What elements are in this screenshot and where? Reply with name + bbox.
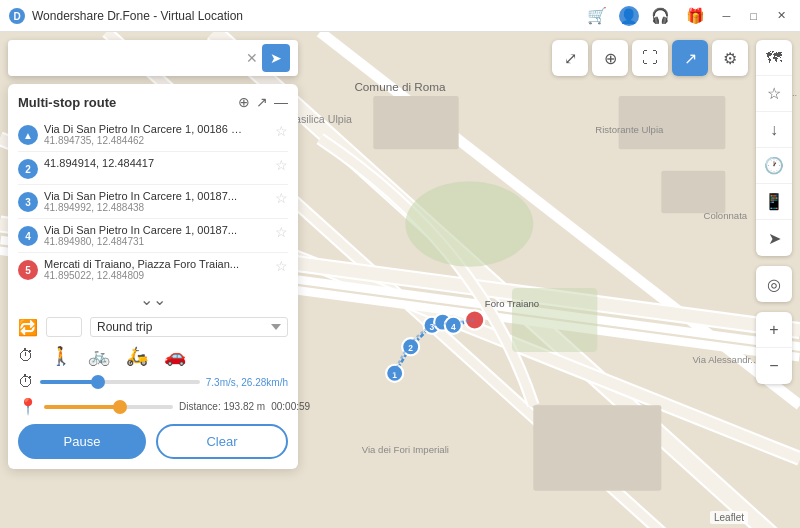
map[interactable]: 1 2 3 4 Comune di Roma Basilica Ulpia Ri… [0, 32, 800, 528]
walking-icon[interactable]: 🚶 [50, 345, 72, 367]
maximize-button[interactable]: □ [744, 8, 763, 24]
svg-text:Colonnata: Colonnata [703, 210, 747, 221]
speedometer-icon: ⏱ [18, 373, 34, 391]
loop-count-input[interactable]: 3 [46, 317, 82, 337]
close-button[interactable]: ✕ [771, 7, 792, 24]
searchbar: Rome, Roma Capitale, Lazio, Italy ✕ ➤ [8, 40, 298, 76]
scooter-icon[interactable]: 🛵 [126, 345, 148, 367]
toolbar-group-locate: ◎ [756, 266, 792, 302]
leaflet-badge: Leaflet [710, 511, 748, 524]
add-route-icon[interactable]: ⊕ [238, 94, 250, 110]
route-list: ▲Via Di San Pietro In Carcere 1, 00186 R… [18, 118, 288, 286]
route-star-button[interactable]: ☆ [275, 190, 288, 206]
speed-row: ⏱ 7.3m/s, 26.28km/h [18, 373, 288, 391]
controls-row: 🔁 3 Round tripOne wayLoop [18, 317, 288, 337]
route-address: 41.894914, 12.484417 [44, 157, 244, 169]
route-panel: Multi-stop route ⊕ ↗ — ▲Via Di San Pietr… [8, 84, 298, 469]
route-item[interactable]: 3Via Di San Pietro In Carcere 1, 00187..… [18, 185, 288, 219]
route-coords: 41.894735, 12.484462 [44, 135, 275, 146]
gift-icon[interactable]: 🎁 [682, 5, 709, 27]
panel-header: Multi-stop route ⊕ ↗ — [18, 94, 288, 110]
right-toolbar: 🗺 ☆ ↓ 🕐 📱 ➤ ◎ + − [756, 40, 792, 520]
distance-icon: 📍 [18, 397, 38, 416]
collapse-icon[interactable]: — [274, 94, 288, 110]
zoom-out-button[interactable]: − [756, 348, 792, 384]
route-coords: 41.894980, 12.484731 [44, 236, 275, 247]
svg-text:Ristorante Ulpia: Ristorante Ulpia [595, 124, 664, 135]
route-address: Via Di San Pietro In Carcere 1, 00186 Ro… [44, 123, 244, 135]
svg-rect-15 [619, 96, 726, 149]
svg-text:D: D [13, 11, 20, 22]
headset-icon[interactable]: 🎧 [647, 5, 674, 27]
phone-button[interactable]: 📱 [756, 184, 792, 220]
panel-title: Multi-stop route [18, 95, 238, 110]
speed-label: 7.3m/s, 26.28km/h [206, 377, 288, 388]
svg-text:Via dei Fori Imperiali: Via dei Fori Imperiali [362, 444, 449, 455]
search-input[interactable]: Rome, Roma Capitale, Lazio, Italy [16, 51, 246, 65]
distance-label: Distance: 193.82 m [179, 401, 265, 412]
route-coords: 41.894992, 12.488438 [44, 202, 275, 213]
route-star-button[interactable]: ☆ [275, 157, 288, 173]
route-star-button[interactable]: ☆ [275, 224, 288, 240]
driving-icon[interactable]: 🚗 [164, 345, 186, 367]
main-area: 1 2 3 4 Comune di Roma Basilica Ulpia Ri… [0, 32, 800, 528]
route-address: Via Di San Pietro In Carcere 1, 00187... [44, 224, 244, 236]
route-address: Via Di San Pietro In Carcere 1, 00187... [44, 190, 244, 202]
pause-button[interactable]: Pause [18, 424, 146, 459]
speed-gauge-icon: ⏱ [18, 347, 34, 365]
svg-text:Via Alessandr...: Via Alessandr... [692, 354, 758, 365]
cycling-icon[interactable]: 🚲 [88, 345, 110, 367]
clear-button[interactable]: Clear [156, 424, 288, 459]
favorites-button[interactable]: ☆ [756, 76, 792, 112]
svg-text:Foro Traiano: Foro Traiano [485, 298, 539, 309]
search-go-button[interactable]: ➤ [262, 44, 290, 72]
distance-slider[interactable] [44, 405, 173, 409]
speed-slider[interactable] [40, 380, 200, 384]
panel-actions: ⊕ ↗ — [238, 94, 288, 110]
transport-row: ⏱ 🚶 🚲 🛵 🚗 [18, 345, 288, 367]
cart-icon[interactable]: 🛒 [583, 4, 611, 27]
minimize-button[interactable]: ─ [717, 8, 737, 24]
route-address: Mercati di Traiano, Piazza Foro Traian..… [44, 258, 244, 270]
route-item[interactable]: ▲Via Di San Pietro In Carcere 1, 00186 R… [18, 118, 288, 152]
route-coords: 41.895022, 12.484809 [44, 270, 275, 281]
svg-rect-17 [533, 405, 661, 490]
loop-icon: 🔁 [18, 318, 38, 337]
multistop-tool-button[interactable]: ⊕ [592, 40, 628, 76]
show-more-button[interactable]: ⌄⌄ [18, 290, 288, 309]
maps-button[interactable]: 🗺 [756, 40, 792, 76]
route-tool-button[interactable]: ↗ [672, 40, 708, 76]
route-item[interactable]: 4Via Di San Pietro In Carcere 1, 00187..… [18, 219, 288, 253]
search-clear-button[interactable]: ✕ [246, 50, 258, 66]
app-icon: D [8, 7, 26, 25]
jump-tool-button[interactable]: ⛶ [632, 40, 668, 76]
locate-button[interactable]: ◎ [756, 266, 792, 302]
settings-tool-button[interactable]: ⚙ [712, 40, 748, 76]
time-label: 00:00:59 [271, 401, 310, 412]
toolbar-group-zoom: + − [756, 312, 792, 384]
zoom-in-button[interactable]: + [756, 312, 792, 348]
distance-row: 📍 Distance: 193.82 m 00:00:59 [18, 397, 288, 416]
svg-point-20 [405, 181, 533, 266]
svg-rect-19 [373, 96, 458, 149]
compass-button[interactable]: ➤ [756, 220, 792, 256]
route-star-button[interactable]: ☆ [275, 258, 288, 274]
app-title: Wondershare Dr.Fone - Virtual Location [32, 9, 583, 23]
action-row: Pause Clear [18, 424, 288, 459]
route-item[interactable]: 241.894914, 12.484417☆ [18, 152, 288, 185]
map-tools: ⤢ ⊕ ⛶ ↗ ⚙ [552, 40, 748, 76]
export-route-icon[interactable]: ↗ [256, 94, 268, 110]
svg-rect-16 [661, 171, 725, 214]
history-button[interactable]: 🕐 [756, 148, 792, 184]
trip-type-select[interactable]: Round tripOne wayLoop [90, 317, 288, 337]
toolbar-group-main: 🗺 ☆ ↓ 🕐 📱 ➤ [756, 40, 792, 256]
teleport-tool-button[interactable]: ⤢ [552, 40, 588, 76]
svg-text:Comune di Roma: Comune di Roma [354, 80, 446, 93]
download-button[interactable]: ↓ [756, 112, 792, 148]
titlebar: D Wondershare Dr.Fone - Virtual Location… [0, 0, 800, 32]
route-item[interactable]: 5Mercati di Traiano, Piazza Foro Traian.… [18, 253, 288, 286]
user-icon[interactable]: 👤 [619, 6, 639, 26]
route-star-button[interactable]: ☆ [275, 123, 288, 139]
